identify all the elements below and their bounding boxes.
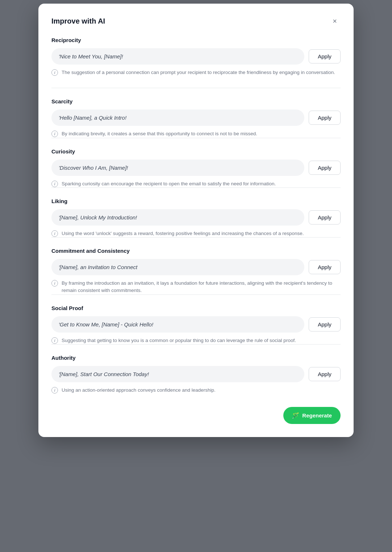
info-text-liking: Using the word 'unlock' suggests a rewar…: [62, 230, 304, 237]
suggestion-text-curiosity: 'Discover Who I Am, [Name]!: [51, 160, 304, 176]
section-title-reciprocity: Reciprocity: [51, 37, 341, 43]
info-row-commitment: i By framing the introduction as an invi…: [51, 280, 341, 294]
suggestion-row-commitment: '[Name], an Invitation to Connect Apply: [51, 259, 341, 275]
suggestion-text-social-proof: 'Get to Know Me, [Name] - Quick Hello!: [51, 316, 304, 333]
modal-header: Improve with AI ×: [51, 15, 341, 27]
suggestion-row-scarcity: 'Hello [Name], a Quick Intro! Apply: [51, 110, 341, 126]
info-text-commitment: By framing the introduction as an invita…: [62, 280, 341, 294]
info-icon-scarcity: i: [51, 131, 58, 137]
modal-title: Improve with AI: [51, 17, 105, 25]
sections-container: Reciprocity 'Nice to Meet You, [Name]! A…: [51, 37, 341, 394]
info-row-curiosity: i Sparking curiosity can encourage the r…: [51, 180, 341, 188]
info-row-authority: i Using an action-oriented approach conv…: [51, 387, 341, 394]
info-text-authority: Using an action-oriented approach convey…: [62, 387, 216, 394]
info-text-reciprocity: The suggestion of a personal connection …: [62, 69, 335, 76]
info-text-scarcity: By indicating brevity, it creates a sens…: [62, 130, 257, 137]
regenerate-label: Regenerate: [302, 412, 332, 419]
info-icon-commitment: i: [51, 280, 58, 287]
section-title-social-proof: Social Proof: [51, 305, 341, 311]
info-row-liking: i Using the word 'unlock' suggests a rew…: [51, 230, 341, 237]
suggestion-row-liking: '[Name], Unlock My Introduction! Apply: [51, 209, 341, 226]
section-title-authority: Authority: [51, 355, 341, 361]
section-title-commitment: Commitment and Consistency: [51, 248, 341, 254]
section-commitment: Commitment and Consistency '[Name], an I…: [51, 237, 341, 294]
info-row-scarcity: i By indicating brevity, it creates a se…: [51, 130, 341, 137]
apply-button-scarcity[interactable]: Apply: [309, 111, 341, 125]
close-button[interactable]: ×: [329, 15, 341, 27]
info-icon-liking: i: [51, 230, 58, 237]
modal-backdrop: Improve with AI × Reciprocity 'Nice to M…: [0, 0, 392, 552]
info-icon-social-proof: i: [51, 337, 58, 344]
info-icon-reciprocity: i: [51, 69, 58, 76]
suggestion-row-social-proof: 'Get to Know Me, [Name] - Quick Hello! A…: [51, 316, 341, 333]
apply-button-social-proof[interactable]: Apply: [309, 317, 341, 331]
suggestion-text-reciprocity: 'Nice to Meet You, [Name]!: [51, 48, 304, 65]
suggestion-text-liking: '[Name], Unlock My Introduction!: [51, 209, 304, 226]
suggestion-text-commitment: '[Name], an Invitation to Connect: [51, 259, 304, 275]
modal-footer: 🪄 Regenerate: [51, 404, 341, 424]
info-row-reciprocity: i The suggestion of a personal connectio…: [51, 69, 341, 76]
section-title-curiosity: Curiosity: [51, 148, 341, 155]
apply-button-commitment[interactable]: Apply: [309, 260, 341, 274]
wand-icon: 🪄: [292, 412, 299, 419]
section-curiosity: Curiosity 'Discover Who I Am, [Name]! Ap…: [51, 138, 341, 188]
info-icon-curiosity: i: [51, 181, 58, 187]
apply-button-authority[interactable]: Apply: [309, 367, 341, 381]
info-row-social-proof: i Suggesting that getting to know you is…: [51, 337, 341, 344]
section-liking: Liking '[Name], Unlock My Introduction! …: [51, 188, 341, 237]
section-authority: Authority '[Name], Start Our Connection …: [51, 344, 341, 394]
section-social-proof: Social Proof 'Get to Know Me, [Name] - Q…: [51, 294, 341, 344]
suggestion-row-reciprocity: 'Nice to Meet You, [Name]! Apply: [51, 48, 341, 65]
suggestion-text-scarcity: 'Hello [Name], a Quick Intro!: [51, 110, 304, 126]
info-text-social-proof: Suggesting that getting to know you is a…: [62, 337, 296, 344]
suggestion-text-authority: '[Name], Start Our Connection Today!: [51, 366, 304, 382]
suggestion-row-curiosity: 'Discover Who I Am, [Name]! Apply: [51, 160, 341, 176]
section-scarcity: Scarcity 'Hello [Name], a Quick Intro! A…: [51, 88, 341, 137]
section-reciprocity: Reciprocity 'Nice to Meet You, [Name]! A…: [51, 37, 341, 76]
section-title-scarcity: Scarcity: [51, 98, 341, 104]
apply-button-curiosity[interactable]: Apply: [309, 161, 341, 175]
info-icon-authority: i: [51, 387, 58, 394]
info-text-curiosity: Sparking curiosity can encourage the rec…: [62, 180, 276, 188]
apply-button-reciprocity[interactable]: Apply: [309, 49, 341, 63]
apply-button-liking[interactable]: Apply: [309, 210, 341, 224]
suggestion-row-authority: '[Name], Start Our Connection Today! App…: [51, 366, 341, 382]
improve-ai-modal: Improve with AI × Reciprocity 'Nice to M…: [38, 4, 354, 437]
regenerate-button[interactable]: 🪄 Regenerate: [283, 407, 341, 424]
section-title-liking: Liking: [51, 198, 341, 204]
